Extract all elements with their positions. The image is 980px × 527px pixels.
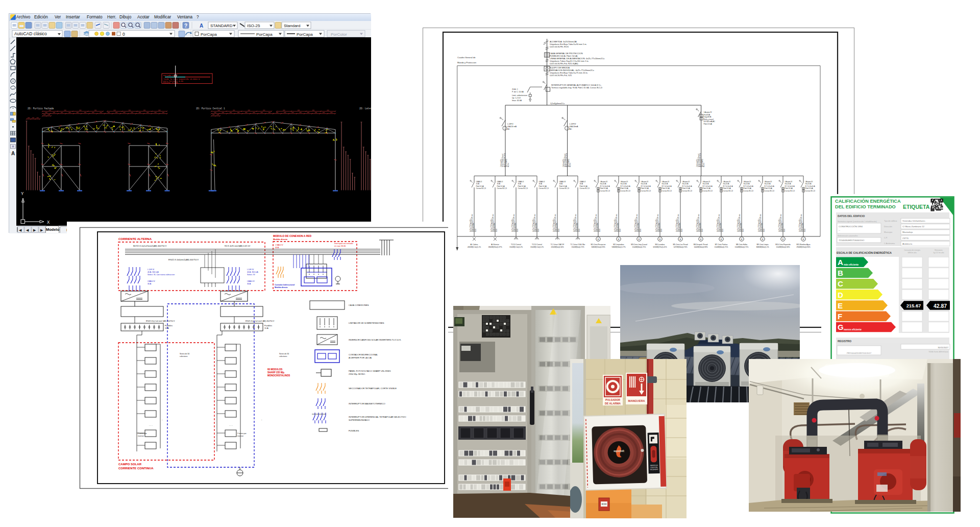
svg-text:PdeC:6 kA: PdeC:6 kA: [641, 187, 649, 189]
svg-text:C.P.: C.P.: [884, 237, 888, 239]
svg-text:R.T.:6,3=10 A: R.T.:6,3=10 A: [600, 185, 610, 187]
svg-text:Andalucía: Andalucía: [902, 243, 913, 245]
svg-text:I.Autom.III: I.Autom.III: [805, 181, 813, 183]
svg-text:CAJA CONEXIONES: CAJA CONEXIONES: [349, 304, 369, 306]
svg-text:Medida directa: Medida directa: [275, 286, 288, 289]
svg-text:I.Autom.III: I.Autom.III: [785, 181, 793, 183]
svg-text:◀: ◀: [26, 228, 29, 232]
svg-text:?: ?: [184, 23, 187, 29]
svg-text:C/ Maria Zambrano 12: C/ Maria Zambrano 12: [902, 225, 925, 228]
svg-text:Normativa vigente (construcció: Normativa vigente (construcción / rehabi…: [838, 221, 877, 223]
svg-text:Im=10 A: Im=10 A: [765, 183, 771, 185]
svg-text:CORRIENTE ALTERNA: CORRIENTE ALTERNA: [118, 237, 152, 241]
svg-text:Curvas B,C,D: Curvas B,C,D: [580, 187, 590, 189]
svg-text:Curvas B,C,D: Curvas B,C,D: [641, 190, 651, 192]
svg-text:11 A: 11 A: [165, 327, 169, 329]
svg-text:RV-K: RV-K: [517, 228, 519, 232]
svg-text:1500W|1.5m|1,2%: 1500W|1.5m|1,2%: [530, 246, 544, 248]
svg-text:3680W|30m|1,1%: 3680W|30m|1,1%: [756, 246, 769, 248]
svg-text:Curvas B,C,D: Curvas B,C,D: [723, 190, 733, 192]
svg-text:M7-Cinta Piedras: M7-Cinta Piedras: [715, 244, 728, 246]
svg-text:PdeC:6 kA: PdeC:6 kA: [539, 185, 547, 187]
svg-text:R.T.:6,3=10 A: R.T.:6,3=10 A: [682, 185, 693, 187]
svg-text:Curvas B,C,D: Curvas B,C,D: [497, 187, 507, 189]
svg-text:66 MODULOS: 66 MODULOS: [267, 368, 282, 371]
svg-text:RV-K: RV-K: [681, 228, 683, 232]
svg-text:RV-K: RV-K: [475, 228, 477, 232]
svg-text:P. de C.:10 kA: P. de C.:10 kA: [512, 91, 524, 93]
svg-text:1500W|1.5m|1,2%: 1500W|1.5m|1,2%: [509, 246, 523, 248]
svg-text:R.T.:6,3=10 A: R.T.:6,3=10 A: [641, 185, 651, 187]
svg-text:Im=10 A: Im=10 A: [662, 183, 669, 185]
svg-text:I.Autom.III: I.Autom.III: [682, 181, 690, 183]
svg-text:B: B: [838, 269, 843, 277]
svg-text:2D: Portico Fachada: 2D: Portico Fachada: [28, 107, 54, 110]
svg-text:menos eficiente: menos eficiente: [844, 328, 862, 331]
svg-text:1104W|30m|0,71%: 1104W|30m|0,71%: [715, 246, 728, 248]
svg-text:Im=10 A: Im=10 A: [682, 183, 689, 185]
svg-text:SHARP 235 Wp.: SHARP 235 Wp.: [267, 371, 285, 374]
svg-text:Interruptor seccionador: Interruptor seccionador: [334, 243, 354, 245]
svg-text:INTERRUPTOR MAGNETOTERMICO: INTERRUPTOR MAGNETOTERMICO: [349, 402, 385, 405]
svg-text:PorColor: PorColor: [331, 32, 347, 37]
svg-text:3080W|15m|0,93%: 3080W|15m|0,93%: [592, 246, 605, 248]
svg-text:Mando y Proteccion: Mando y Proteccion: [457, 61, 477, 64]
svg-text:I.MAG.IV: I.MAG.IV: [559, 181, 567, 183]
svg-text:G: G: [838, 323, 844, 331]
svg-text:2350 Wp. MONO.: 2350 Wp. MONO.: [349, 373, 365, 375]
svg-text:6256W|27m|1,41%: 6256W|27m|1,41%: [653, 246, 667, 248]
svg-text:I.MAG.II: I.MAG.II: [518, 181, 524, 183]
svg-text:colectores: colectores: [279, 355, 287, 357]
svg-text:Curvas B,C,D: Curvas B,C,D: [476, 187, 486, 189]
svg-text:A: A: [200, 23, 203, 29]
svg-text:Medida directa: Medida directa: [273, 238, 288, 241]
svg-text:I.Autom.IV: I.Autom.IV: [704, 111, 713, 113]
svg-text:42.87: 42.87: [934, 303, 947, 309]
svg-text:M: M: [741, 238, 743, 241]
svg-text:Marmolejo: Marmolejo: [902, 231, 913, 233]
svg-text:Rele y transf.: Rele y transf.: [704, 118, 714, 121]
svg-text:0,6/1 kV,XLPE+Pol, RZ1-K(AS): 0,6/1 kV,XLPE+Pol, RZ1-K(AS): [550, 62, 578, 65]
svg-text:Termico regulable,Ireg: 90 A,: Termico regulable,Ireg: 90 A, PdeC:15 kA…: [551, 86, 602, 89]
svg-text:I.MAG IV: I.MAG IV: [247, 280, 255, 282]
svg-text:I.Autom.III: I.Autom.III: [765, 181, 772, 183]
svg-text:I.MAG.II: I.MAG.II: [476, 181, 482, 183]
svg-text:Válido hasta dd/mm/aaaa: Válido hasta dd/mm/aaaa: [929, 351, 949, 353]
svg-text:PdeC:6 kA: PdeC:6 kA: [805, 187, 814, 189]
svg-text:Dirección: Dirección: [884, 226, 892, 228]
svg-text:M: M: [782, 238, 784, 241]
svg-text:M: M: [721, 238, 722, 241]
svg-text:en caja 160 A: en caja 160 A: [334, 245, 346, 247]
svg-text:RV-K: RV-K: [640, 228, 642, 232]
svg-text:L DIF IV: L DIF IV: [247, 269, 254, 271]
svg-text:RV-K: RV-K: [763, 228, 765, 232]
svg-text:AutoCAD clásico: AutoCAD clásico: [14, 31, 47, 36]
svg-text:L DIF IV: L DIF IV: [148, 269, 155, 271]
svg-text:M4-Lavadora: M4-Lavadora: [655, 244, 665, 246]
svg-text:R.T.:6,3=10 A: R.T.:6,3=10 A: [805, 185, 816, 187]
svg-text:10 A: 10 A: [476, 183, 480, 185]
svg-text:2200W|5m|0,56%: 2200W|5m|0,56%: [551, 246, 564, 248]
svg-text:PRY0004253397/01/2017: PRY0004253397/01/2017: [847, 352, 872, 354]
svg-text:2944W|25m|0,96%: 2944W|25m|0,96%: [797, 246, 811, 248]
svg-text:Curvas B,C,D: Curvas B,C,D: [765, 190, 775, 192]
svg-text:INTERRUPTOR DIFERENCIAL TETRAP: INTERRUPTOR DIFERENCIAL TETRAPOLAR SELEC…: [349, 416, 406, 418]
svg-text:FUSIBLES: FUSIBLES: [349, 429, 359, 432]
svg-text:Curvas B,C,D: Curvas B,C,D: [600, 190, 610, 192]
svg-text:Series de 34: Series de 34: [180, 353, 189, 355]
svg-text:AC: AC: [570, 128, 572, 130]
svg-text:I.Autom.III: I.Autom.III: [723, 181, 731, 183]
svg-text:PULSADOR: PULSADOR: [605, 398, 620, 401]
svg-text:Im=10 A: Im=10 A: [641, 183, 648, 185]
svg-text:SUPERINMUNIZADO: SUPERINMUNIZADO: [349, 419, 370, 421]
svg-text:1104W|30m|0,71%: 1104W|30m|0,71%: [632, 246, 646, 248]
svg-text:PorCapa: PorCapa: [201, 32, 217, 37]
svg-text::: :: [261, 418, 262, 421]
svg-text:Ireg=63 A: Ireg=63 A: [704, 116, 712, 118]
svg-text:AC: AC: [507, 128, 510, 130]
svg-text:MODULO DE CONEXION A RED: MODULO DE CONEXION A RED: [273, 234, 312, 237]
svg-text:STANDARD: STANDARD: [210, 23, 233, 28]
svg-text:▶: ▶: [33, 228, 36, 232]
svg-text:PdeC:6 kA: PdeC:6 kA: [785, 187, 793, 189]
svg-text:215.67: 215.67: [906, 303, 921, 308]
